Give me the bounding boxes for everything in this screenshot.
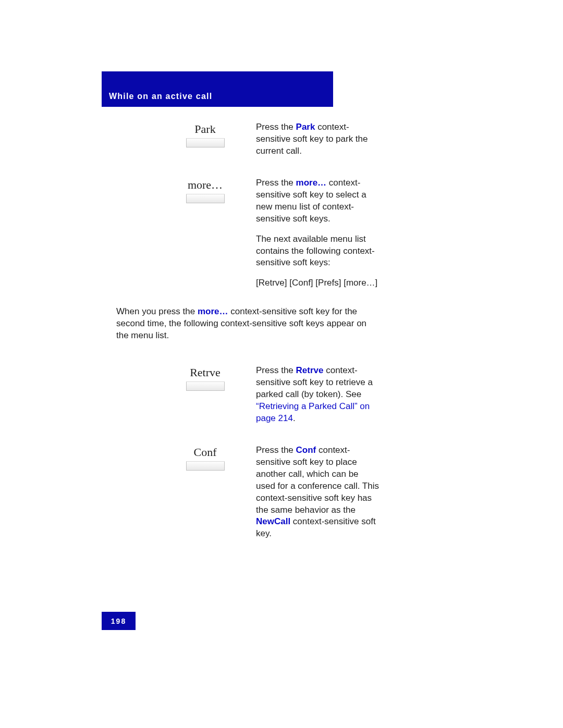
bold-key-name: Conf <box>296 445 316 455</box>
paragraph: Press the Park context-sensitive soft ke… <box>256 121 379 157</box>
softkey-description: Press the Park context-sensitive soft ke… <box>256 121 379 157</box>
section-title: While on an active call <box>109 92 212 101</box>
softkey-description: Press the more… context-sensitive soft k… <box>256 177 379 290</box>
paragraph: Press the Retrve context-sensitive soft … <box>256 365 379 425</box>
page-number-box: 198 <box>102 612 136 630</box>
text: Press the <box>256 445 296 455</box>
softkey-button-icon <box>186 381 225 391</box>
paragraph: [Retrve] [Conf] [Prefs] [more…] <box>256 277 379 289</box>
header-bar: While on an active call <box>102 71 333 107</box>
bold-key-name: more… <box>296 178 327 188</box>
content-block: Park Press the Park context-sensitive so… <box>116 121 379 540</box>
manual-page: While on an active call Park Press the P… <box>0 0 563 728</box>
softkey-graphic-col: Park <box>154 121 256 147</box>
cross-reference-link[interactable]: “Retrieving a Parked Call” on page 214 <box>256 401 370 423</box>
transition-paragraph: When you press the more… context-sensiti… <box>116 306 379 342</box>
softkey-row-retrve: Retrve Press the Retrve context-sensitiv… <box>116 365 379 425</box>
softkey-button-icon <box>186 461 225 471</box>
softkey-button-icon <box>186 194 225 203</box>
bold-key-name: more… <box>198 306 228 316</box>
softkey-graphic-col: Retrve <box>154 365 256 391</box>
softkey-label: Conf <box>154 446 256 459</box>
bold-key-name: Park <box>296 122 315 132</box>
bold-key-name: NewCall <box>256 516 290 526</box>
paragraph: Press the more… context-sensitive soft k… <box>256 177 379 225</box>
softkey-row-more: more… Press the more… context-sensitive … <box>116 177 379 290</box>
softkey-graphic-col: more… <box>154 177 256 203</box>
softkey-row-park: Park Press the Park context-sensitive so… <box>116 121 379 157</box>
paragraph: Press the Conf context-sensitive soft ke… <box>256 445 379 540</box>
page-number: 198 <box>111 617 126 625</box>
softkey-row-conf: Conf Press the Conf context-sensitive so… <box>116 445 379 540</box>
text: Press the <box>256 178 296 188</box>
text: . <box>293 413 296 423</box>
softkey-button-icon <box>186 138 225 147</box>
softkey-label: Retrve <box>154 366 256 379</box>
softkey-description: Press the Retrve context-sensitive soft … <box>256 365 379 425</box>
bold-key-name: Retrve <box>296 365 324 375</box>
paragraph: The next available menu list contains th… <box>256 233 379 269</box>
text: context-sensitive soft key to place anot… <box>256 445 379 515</box>
softkey-graphic-col: Conf <box>154 445 256 471</box>
text: When you press the <box>116 306 198 316</box>
softkey-description: Press the Conf context-sensitive soft ke… <box>256 445 379 540</box>
text: Press the <box>256 122 296 132</box>
softkey-label: more… <box>154 178 256 192</box>
softkey-label: Park <box>154 122 256 136</box>
text: Press the <box>256 365 296 375</box>
